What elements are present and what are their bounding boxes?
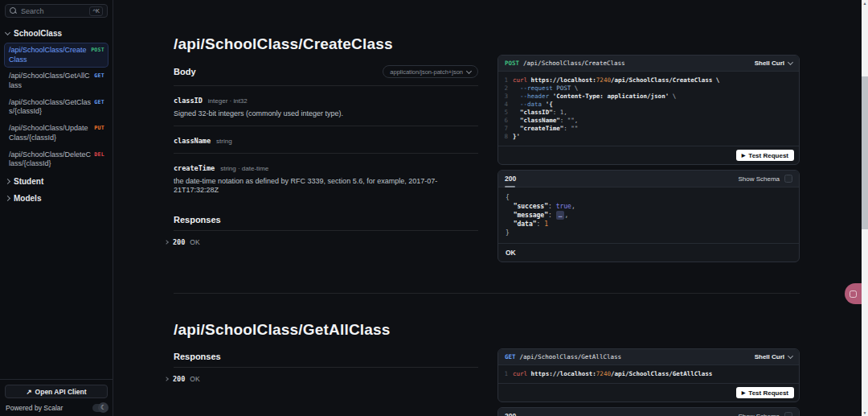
moon-icon: ☾: [100, 405, 106, 411]
response-label: OK: [190, 238, 199, 246]
method-badge-get: GET: [94, 72, 104, 79]
response-label: OK: [190, 375, 199, 383]
scrollbar-thumb[interactable]: [862, 76, 868, 229]
sidebar-footer: ↗ Open API Client Powered by Scalar ☾: [0, 379, 113, 416]
client-label: Shell Curl: [755, 353, 784, 360]
show-schema-control[interactable]: Show Schema: [738, 412, 792, 416]
chevron-right-icon: [164, 240, 169, 245]
open-api-client-label: Open API Client: [35, 388, 87, 396]
responses-heading: Responses: [174, 215, 478, 224]
request-path: /api/SchoolClass/GetAllClass: [520, 353, 621, 360]
status-tab-200[interactable]: 200: [505, 412, 516, 416]
endpoint-section-createclass: /api/SchoolClass/CreateClass Body applic…: [113, 0, 862, 262]
scroll-down-arrow[interactable]: ▼: [862, 410, 868, 416]
floating-widget-button[interactable]: [845, 283, 862, 304]
show-schema-label: Show Schema: [738, 413, 780, 416]
endpoint-title: /api/SchoolClass/GetAllClass: [174, 321, 478, 339]
code-sample: 1curl https://localhost:7240/api/SchoolC…: [498, 72, 799, 146]
chevron-down-icon: [466, 68, 472, 73]
response-json: { "success": true, "message": …, "data":…: [498, 187, 799, 243]
field-type: string: [216, 138, 232, 145]
field-name: className: [174, 137, 211, 145]
sidebar-group-models[interactable]: Models: [0, 190, 113, 207]
field-createtime: createTimestring · date-time the date-ti…: [174, 153, 478, 202]
sidebar-item-getallclass[interactable]: /api/SchoolClass/GetAllClass GET: [4, 68, 108, 93]
field-description: the date-time notation as defined by RFC…: [174, 177, 478, 196]
endpoint-title: /api/SchoolClass/CreateClass: [174, 35, 478, 53]
response-row-200[interactable]: 200 OK: [165, 231, 478, 253]
sidebar-nav: SchoolClass /api/SchoolClass/CreateClass…: [0, 22, 113, 379]
scroll-up-arrow[interactable]: ▲: [862, 0, 868, 6]
responses-heading: Responses: [174, 352, 478, 361]
scrollbar[interactable]: ▲ ▼: [862, 0, 868, 416]
external-link-icon: ↗: [26, 388, 31, 396]
test-request-button[interactable]: ▶ Test Request: [736, 387, 794, 398]
sidebar-group-schoolclass[interactable]: SchoolClass: [0, 25, 113, 42]
sidebar-item-label: /api/SchoolClass/CreateClass: [9, 46, 88, 64]
method-badge-del: DEL: [94, 151, 104, 158]
request-path: /api/SchoolClass/CreateClass: [523, 60, 624, 67]
content-type-label: application/json-patch+json: [390, 68, 463, 76]
field-type: string · date-time: [220, 165, 268, 172]
field-classname: classNamestring: [174, 126, 478, 153]
show-schema-checkbox[interactable]: [784, 412, 792, 416]
test-request-button[interactable]: ▶ Test Request: [736, 150, 794, 161]
request-example-card: GET /api/SchoolClass/GetAllClass Shell C…: [497, 348, 800, 402]
chevron-down-icon: [5, 30, 10, 35]
response-footer-label: OK: [503, 247, 518, 258]
method-badge-put: PUT: [94, 125, 104, 131]
request-example-card: POST /api/SchoolClass/CreateClass Shell …: [497, 55, 800, 165]
search-box[interactable]: ^K: [5, 4, 108, 18]
chevron-right-icon: [5, 179, 10, 184]
request-method: GET: [505, 353, 516, 360]
group-label: Models: [14, 194, 41, 203]
method-badge-get: GET: [94, 99, 104, 105]
widget-icon: [850, 290, 857, 298]
client-label: Shell Curl: [755, 60, 784, 67]
response-code: 200: [173, 375, 185, 383]
search-shortcut-badge: ^K: [89, 6, 103, 16]
sidebar-item-deleteclass[interactable]: /api/SchoolClass/DeleteClass/{classId} D…: [4, 147, 108, 172]
field-name: classID: [174, 97, 203, 105]
status-tab-200[interactable]: 200: [505, 175, 516, 183]
field-classid: classIDinteger · int32 Signed 32-bit int…: [174, 85, 478, 126]
sidebar-item-label: /api/SchoolClass/GetClass/{classId}: [9, 98, 91, 117]
sidebar: ^K SchoolClass /api/SchoolClass/CreateCl…: [0, 0, 113, 416]
dark-mode-toggle[interactable]: ☾: [92, 404, 107, 412]
field-type: integer · int32: [208, 97, 248, 105]
play-icon: ▶: [742, 153, 746, 158]
code-sample: 1curl https://localhost:7240/api/SchoolC…: [498, 365, 799, 383]
sidebar-item-label: /api/SchoolClass/GetAllClass: [9, 72, 91, 90]
client-selector[interactable]: Shell Curl: [755, 353, 792, 360]
sidebar-group-student[interactable]: Student: [0, 173, 113, 190]
response-row-200[interactable]: 200 OK: [165, 368, 478, 390]
show-schema-label: Show Schema: [738, 175, 780, 183]
search-icon: [10, 7, 17, 14]
client-selector[interactable]: Shell Curl: [755, 60, 792, 67]
sidebar-item-updateclass[interactable]: /api/SchoolClass/UpdateClass/{classId} P…: [4, 121, 108, 146]
group-label: SchoolClass: [14, 29, 62, 38]
sidebar-item-createclass[interactable]: /api/SchoolClass/CreateClass POST: [4, 43, 108, 68]
chevron-down-icon: [788, 60, 793, 65]
field-description: Signed 32-bit integers (commonly used in…: [174, 109, 478, 119]
main-content: /api/SchoolClass/CreateClass Body applic…: [113, 0, 862, 416]
play-icon: ▶: [742, 390, 746, 395]
sidebar-item-label: /api/SchoolClass/DeleteClass/{classId}: [9, 150, 91, 169]
chevron-down-icon: [788, 353, 793, 359]
chevron-right-icon: [164, 377, 169, 381]
method-badge-post: POST: [91, 47, 104, 53]
content-type-selector[interactable]: application/json-patch+json: [383, 65, 478, 78]
endpoint-section-getallclass: /api/SchoolClass/GetAllClass Responses 2…: [113, 294, 862, 416]
open-api-client-button[interactable]: ↗ Open API Client: [5, 385, 108, 398]
test-request-label: Test Request: [748, 389, 788, 397]
search-input[interactable]: [21, 7, 85, 15]
powered-by-label: Powered by Scalar: [6, 404, 63, 412]
response-example-card: 200 Show Schema {: [497, 407, 800, 416]
response-code: 200: [173, 238, 185, 246]
show-schema-control[interactable]: Show Schema: [738, 175, 792, 183]
show-schema-checkbox[interactable]: [784, 175, 792, 183]
test-request-label: Test Request: [748, 152, 788, 159]
sidebar-item-label: /api/SchoolClass/UpdateClass/{classId}: [9, 124, 91, 142]
response-example-card: 200 Show Schema { "success": true, "mess…: [497, 170, 800, 262]
sidebar-item-getclass[interactable]: /api/SchoolClass/GetClass/{classId} GET: [4, 95, 108, 120]
